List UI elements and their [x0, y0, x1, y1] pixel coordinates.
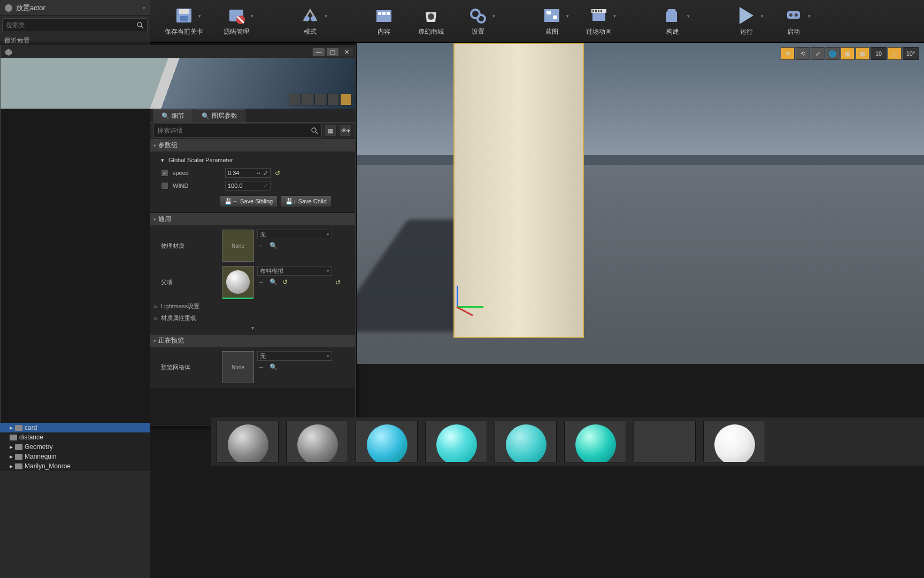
- wind-input[interactable]: 100.0⤢: [225, 181, 271, 191]
- use-selected-icon[interactable]: ←: [257, 241, 266, 250]
- toolbar-settings[interactable]: 设置: [460, 4, 496, 39]
- phys-material-thumb[interactable]: None: [222, 230, 254, 262]
- preview-cylinder-button[interactable]: [289, 94, 301, 105]
- grid-snap-button[interactable]: ▦: [856, 47, 869, 60]
- reset-icon[interactable]: ↺: [281, 278, 289, 286]
- material-preview[interactable]: [1, 58, 355, 109]
- preview-cube-button[interactable]: [327, 94, 339, 105]
- tab-layer-params[interactable]: 🔍图层参数: [194, 109, 245, 122]
- tree-folder[interactable]: ▸card: [0, 423, 150, 432]
- phys-material-dropdown[interactable]: 无: [257, 230, 332, 239]
- tree-folder[interactable]: ▸Geometry: [0, 442, 150, 452]
- launch-icon: [783, 6, 804, 25]
- asset-thumb[interactable]: [356, 421, 418, 462]
- toolbar-cinematics[interactable]: 过场动画: [581, 4, 617, 39]
- toolbar-modes[interactable]: 模式: [292, 4, 328, 39]
- asset-thumb[interactable]: [286, 421, 348, 462]
- asset-thumb[interactable]: [634, 421, 696, 462]
- toolbar-blueprint[interactable]: 蓝图: [534, 4, 570, 39]
- marketplace-icon: [420, 6, 442, 25]
- window-titlebar[interactable]: — ▢ ✕: [1, 46, 355, 58]
- svg-rect-25: [598, 10, 599, 12]
- speed-input[interactable]: 0.34↔ ⤢: [225, 168, 271, 178]
- cloth-mesh[interactable]: [453, 43, 584, 338]
- tab-details[interactable]: 🔍细节: [153, 109, 192, 122]
- translate-button[interactable]: ✥: [781, 47, 795, 60]
- property-matrix-button[interactable]: ▦: [324, 125, 337, 136]
- toolbar-save[interactable]: 保存当前关卡: [160, 4, 207, 39]
- preview-mesh-thumb[interactable]: None: [222, 351, 254, 383]
- lightmass-row[interactable]: ▹Lightmass设置: [150, 300, 355, 312]
- save-sibling-button[interactable]: 💾→Save Sibling: [220, 195, 278, 207]
- preview-mesh-button[interactable]: [340, 94, 352, 105]
- reset-icon[interactable]: ↺: [275, 170, 281, 176]
- reset-icon[interactable]: ↺: [335, 279, 342, 285]
- world-local-button[interactable]: 🌐: [826, 47, 840, 60]
- parent-thumb[interactable]: [222, 266, 254, 298]
- preview-sphere-button[interactable]: [302, 94, 313, 105]
- angle-snap-value[interactable]: 10°: [903, 47, 919, 60]
- toolbar-launch[interactable]: 启动: [775, 4, 812, 39]
- details-search[interactable]: [153, 124, 322, 138]
- preview-plane-button[interactable]: [314, 94, 326, 105]
- place-actor-search-input[interactable]: [6, 21, 136, 29]
- toolbar-marketplace[interactable]: 虚幻商城: [413, 4, 449, 39]
- svg-line-2: [141, 26, 143, 28]
- source-control-icon: [226, 6, 247, 25]
- toolbar-content[interactable]: 内容: [366, 4, 402, 39]
- tree-folder[interactable]: ▸Mannequin: [0, 452, 150, 461]
- asset-thumb[interactable]: [564, 421, 626, 462]
- dropdown-icon[interactable]: ▾: [143, 5, 145, 11]
- browse-icon[interactable]: 🔍: [269, 363, 278, 371]
- asset-thumb[interactable]: [495, 421, 557, 462]
- asset-thumb[interactable]: [425, 421, 487, 462]
- asset-thumb[interactable]: [703, 421, 765, 462]
- use-selected-icon[interactable]: ←: [257, 363, 266, 371]
- minimize-button[interactable]: —: [312, 48, 325, 56]
- scale-button[interactable]: ⤢: [811, 47, 825, 60]
- browse-icon[interactable]: 🔍: [269, 241, 278, 250]
- grid-snap-value[interactable]: 10: [871, 47, 887, 60]
- close-button[interactable]: ✕: [340, 48, 353, 56]
- toolbar-source[interactable]: 源码管理: [218, 4, 255, 39]
- speed-checkbox[interactable]: ✓: [161, 169, 168, 177]
- section-preview[interactable]: ▾正在预览: [150, 334, 355, 347]
- gizmo-z-axis[interactable]: [457, 286, 458, 306]
- material-override-row[interactable]: ▹材质属性重载: [150, 312, 355, 324]
- asset-thumb[interactable]: [217, 421, 279, 462]
- folder-icon: [15, 463, 22, 469]
- global-scalar-header[interactable]: ▾Global Scalar Parameter: [150, 154, 355, 166]
- tree-folder[interactable]: distance: [0, 432, 150, 442]
- tree-folder[interactable]: ▸Marilyn_Monroe: [0, 461, 150, 471]
- expand-icon: ▸: [10, 443, 13, 451]
- section-param-group[interactable]: ▾参数组: [150, 139, 355, 151]
- parent-dropdown[interactable]: 布料模拟: [257, 266, 332, 276]
- svg-rect-5: [180, 16, 188, 21]
- place-actor-search[interactable]: [2, 18, 148, 32]
- maximize-button[interactable]: ▢: [326, 48, 339, 56]
- view-options-button[interactable]: 👁▾: [339, 125, 352, 136]
- wind-checkbox[interactable]: [161, 182, 168, 189]
- wind-label: WIND: [173, 182, 221, 189]
- preview-mesh-dropdown[interactable]: 无: [257, 351, 332, 361]
- svg-rect-13: [382, 12, 386, 15]
- angle-snap-button[interactable]: △: [888, 47, 902, 60]
- details-search-input[interactable]: [157, 127, 311, 134]
- toolbar-play[interactable]: 运行: [728, 4, 765, 39]
- param-wind-row: WIND 100.0⤢: [150, 179, 355, 192]
- phys-material-row: 物理材质 None 无 ← 🔍: [150, 227, 355, 264]
- rotate-button[interactable]: ⟲: [796, 47, 810, 60]
- folder-icon: [15, 454, 22, 460]
- play-icon: [736, 6, 757, 25]
- use-selected-icon[interactable]: ←: [257, 278, 266, 286]
- save-child-button[interactable]: 💾↓Save Child: [281, 195, 332, 207]
- show-advanced-button[interactable]: ▾: [150, 324, 355, 332]
- svg-point-9: [304, 16, 310, 21]
- level-viewport[interactable]: ✥ ⟲ ⤢ 🌐 ▦ ▦ 10 △ 10°: [357, 43, 924, 364]
- toolbar-build[interactable]: 构建: [654, 4, 691, 39]
- surface-snap-button[interactable]: ▦: [841, 47, 854, 60]
- ue-logo-icon: [4, 4, 13, 12]
- browse-icon[interactable]: 🔍: [269, 278, 278, 286]
- section-general[interactable]: ▾通用: [150, 212, 355, 225]
- parent-label: 父项: [150, 264, 220, 300]
